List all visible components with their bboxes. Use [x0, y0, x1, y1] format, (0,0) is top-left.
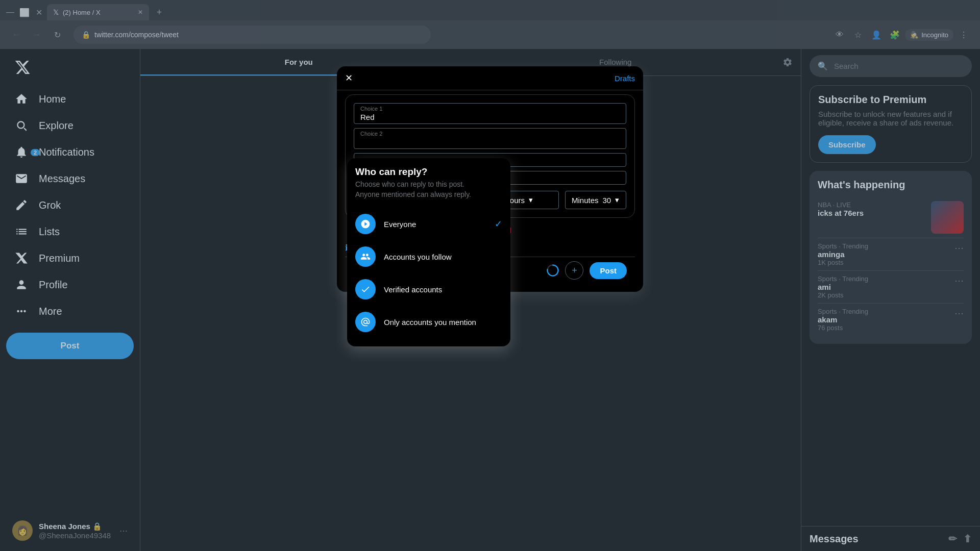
mentioned-label: Only accounts you mention — [384, 318, 502, 327]
plus-icon: + — [572, 265, 577, 276]
char-progress-circle — [547, 264, 559, 277]
mentioned-icon — [355, 312, 376, 332]
modal-header: ✕ Drafts — [337, 66, 643, 90]
poll-choice-2[interactable]: Choice 2 — [354, 128, 626, 149]
reply-popup-description: Choose who can reply to this post.Anyone… — [355, 180, 502, 199]
reply-option-verified[interactable]: Verified accounts — [355, 273, 502, 306]
poll-choice-1[interactable]: Choice 1 Red — [354, 103, 626, 124]
choice2-label: Choice 2 — [360, 131, 620, 137]
choice2-value — [360, 138, 620, 146]
choice1-value: Red — [360, 113, 620, 121]
everyone-icon — [355, 214, 376, 234]
following-label: Accounts you follow — [384, 253, 502, 261]
minutes-value: 30 — [603, 196, 611, 205]
following-icon — [355, 246, 376, 267]
reply-popup: Who can reply? Choose who can reply to t… — [347, 158, 510, 346]
verified-icon — [355, 279, 376, 299]
reply-option-mentioned[interactable]: Only accounts you mention — [355, 306, 502, 338]
everyone-checkmark-icon: ✓ — [495, 218, 502, 230]
everyone-label: Everyone — [384, 220, 486, 229]
drafts-button[interactable]: Drafts — [615, 74, 635, 83]
footer-right: + Post — [547, 261, 627, 280]
verified-label: Verified accounts — [384, 285, 502, 294]
reply-option-everyone[interactable]: Everyone ✓ — [355, 208, 502, 240]
reply-option-following[interactable]: Accounts you follow — [355, 240, 502, 273]
minutes-select[interactable]: Minutes 30 ▾ — [565, 191, 626, 209]
reply-popup-title: Who can reply? — [355, 166, 502, 178]
modal-close-button[interactable]: ✕ — [345, 72, 353, 84]
add-content-button[interactable]: + — [565, 261, 583, 280]
hours-chevron-icon: ▾ — [529, 195, 533, 205]
choice1-label: Choice 1 — [360, 106, 620, 112]
minutes-label: Minutes — [572, 196, 599, 205]
minutes-chevron-icon: ▾ — [615, 195, 619, 205]
post-tweet-button[interactable]: Post — [590, 262, 627, 279]
